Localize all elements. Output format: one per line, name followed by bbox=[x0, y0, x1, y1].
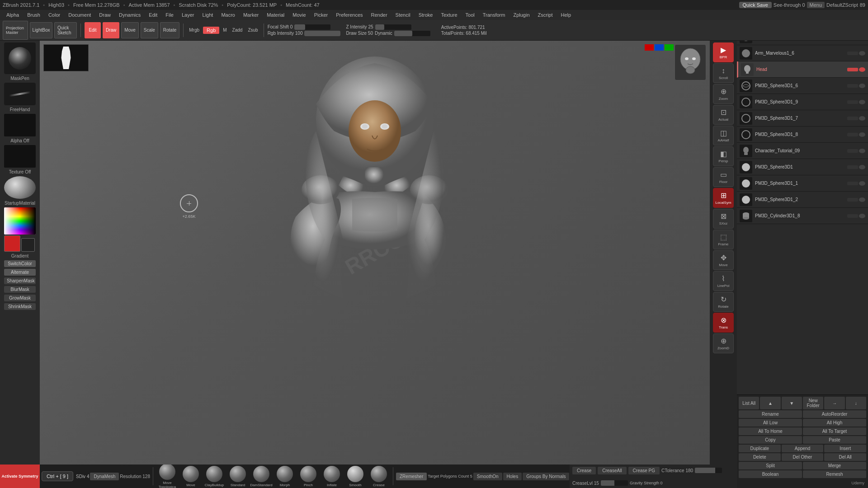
move-btn[interactable]: Move bbox=[121, 22, 138, 38]
edit-btn[interactable]: Edit bbox=[85, 22, 101, 38]
dynamesh-btn[interactable]: DynaMesh bbox=[90, 473, 119, 480]
bpr-btn[interactable]: ▶ BPR bbox=[713, 42, 734, 62]
subtool-eye-head[interactable] bbox=[859, 67, 865, 72]
subtool-toggle-char09[interactable] bbox=[847, 149, 858, 153]
subtool-item-sph7[interactable]: PM3D_Sphere3D1_7 bbox=[737, 110, 868, 127]
alternate-btn[interactable]: Alternate bbox=[4, 269, 36, 276]
brush-ball-morph[interactable] bbox=[277, 466, 293, 482]
folder-down-btn[interactable]: ↓ bbox=[846, 397, 866, 409]
floor-btn[interactable]: ▭ Floor bbox=[713, 167, 734, 187]
list-all-btn[interactable]: List All bbox=[739, 397, 759, 409]
subtool-toggle-sph9[interactable] bbox=[847, 100, 858, 104]
arrow-up-btn[interactable]: ▲ bbox=[760, 397, 780, 409]
grow-mask-btn[interactable]: GrowMask bbox=[4, 295, 36, 301]
subtool-eye-sph9[interactable] bbox=[859, 100, 865, 104]
paste-btn[interactable]: Paste bbox=[803, 436, 866, 444]
brush-ball-dam[interactable] bbox=[253, 466, 269, 482]
subtool-toggle-sph8[interactable] bbox=[847, 133, 858, 136]
subtool-item-head[interactable]: Head bbox=[737, 61, 868, 78]
groups-normals-btn[interactable]: Groups By Normals bbox=[523, 473, 569, 480]
split-btn[interactable]: Split bbox=[739, 462, 802, 469]
subtool-eye-sph1[interactable] bbox=[859, 165, 865, 169]
menu-render[interactable]: Render bbox=[368, 11, 391, 19]
rotate-icon-btn[interactable]: ↻ Rotate bbox=[713, 292, 734, 312]
subtool-toggle-cyl8[interactable] bbox=[847, 214, 858, 218]
zadd-label[interactable]: Zadd bbox=[231, 27, 245, 33]
activate-symmetry-btn[interactable]: Activate Symmetry bbox=[0, 465, 40, 488]
arrow-down-btn[interactable]: ▼ bbox=[782, 397, 802, 409]
duplicate-btn[interactable]: Duplicate bbox=[739, 445, 781, 452]
m-label[interactable]: M bbox=[221, 27, 228, 33]
menu-transform[interactable]: Transform bbox=[479, 11, 509, 19]
zoom-btn[interactable]: ⊕ Zoom bbox=[713, 84, 734, 104]
subtool-item-char09[interactable]: Character_Tutorial_09 bbox=[737, 143, 868, 159]
menu-brush[interactable]: Brush bbox=[24, 11, 44, 19]
holes-btn[interactable]: Holes bbox=[503, 473, 522, 480]
subtool-eye-arm16[interactable] bbox=[859, 51, 865, 56]
insert-btn[interactable]: Insert bbox=[824, 445, 866, 452]
brush-ball-smooth[interactable] bbox=[347, 466, 363, 482]
subtool-eye-sph1-2[interactable] bbox=[859, 197, 865, 202]
menu-light[interactable]: Light bbox=[199, 11, 217, 19]
subtool-item-cyl8[interactable]: PM3D_Cylinder3D1_8 bbox=[737, 208, 868, 224]
draw-btn[interactable]: Draw bbox=[103, 22, 119, 38]
blur-mask-btn[interactable]: BlurMask bbox=[4, 286, 36, 293]
menu-document[interactable]: Document bbox=[65, 11, 94, 19]
local-sym-btn[interactable]: ⊞ LocalSym bbox=[713, 188, 734, 208]
subtool-item-sph6[interactable]: PM3D_Sphere3D1_6 bbox=[737, 78, 868, 94]
color-spectrum[interactable] bbox=[4, 207, 36, 235]
quick-sketch-btn[interactable]: Quick Sketch bbox=[54, 22, 77, 38]
merge-btn[interactable]: Merge bbox=[803, 462, 866, 469]
menu-macro[interactable]: Macro bbox=[217, 11, 239, 19]
delete-btn[interactable]: Delete bbox=[739, 453, 781, 461]
brush-ball-move[interactable] bbox=[183, 466, 199, 482]
brush-ball-pinch[interactable] bbox=[300, 466, 316, 482]
subtool-item-arm16[interactable]: Arm_Marvelous1_6 bbox=[737, 45, 868, 61]
subtool-eye-char09[interactable] bbox=[859, 149, 865, 153]
creaselevel-slider-bar[interactable] bbox=[601, 480, 628, 486]
canvas-area[interactable]: RRCG bbox=[40, 41, 710, 465]
all-to-home-btn[interactable]: All To Home bbox=[739, 427, 802, 435]
append-btn[interactable]: Append bbox=[782, 445, 824, 452]
brush-ball-inflate[interactable] bbox=[324, 466, 340, 482]
rgb-intensity-slider[interactable] bbox=[304, 31, 340, 36]
remesh-btn[interactable]: Remesh bbox=[803, 470, 866, 478]
menu-stroke[interactable]: Stroke bbox=[415, 11, 437, 19]
stroke-preview[interactable] bbox=[4, 83, 36, 105]
menu-zscript[interactable]: Zscript bbox=[534, 11, 557, 19]
zoomd-btn[interactable]: ⊕ ZoomD bbox=[713, 333, 734, 353]
brush-ball-crease[interactable] bbox=[371, 466, 387, 482]
rgb-btn[interactable]: Rgb bbox=[203, 27, 219, 34]
alpha-preview[interactable] bbox=[4, 114, 36, 136]
menu-material[interactable]: Material bbox=[263, 11, 288, 19]
menu-file[interactable]: File bbox=[162, 11, 177, 19]
subtool-toggle-head[interactable] bbox=[847, 68, 858, 71]
menu-color[interactable]: Color bbox=[45, 11, 64, 19]
subtool-eye-sph8[interactable] bbox=[859, 132, 865, 137]
draw-size-slider[interactable] bbox=[394, 31, 430, 36]
aahalf-btn[interactable]: ◫ AAHalf bbox=[713, 126, 734, 145]
crease-pg-btn[interactable]: Crease PG bbox=[628, 467, 660, 474]
frame-btn[interactable]: ⬚ Frame bbox=[713, 230, 734, 249]
crease-all-btn[interactable]: CreaseAll bbox=[598, 467, 626, 474]
menu-movie[interactable]: Movie bbox=[289, 11, 309, 19]
material-preview[interactable] bbox=[4, 176, 36, 199]
copy-btn[interactable]: Copy bbox=[739, 436, 802, 444]
mrgb-label[interactable]: Mrgb bbox=[187, 27, 201, 33]
menu-help[interactable]: Help bbox=[557, 11, 575, 19]
subtool-toggle-sph6[interactable] bbox=[847, 84, 858, 88]
subtool-item-sph8[interactable]: PM3D_Sphere3D1_8 bbox=[737, 127, 868, 143]
autoreorder-btn[interactable]: AutoReorder bbox=[803, 410, 866, 418]
all-low-btn[interactable]: All Low bbox=[739, 419, 802, 427]
subtool-toggle-sph1-1[interactable] bbox=[847, 182, 858, 185]
subtool-toggle-sph1-2[interactable] bbox=[847, 198, 858, 202]
new-folder-btn[interactable]: New Folder bbox=[803, 397, 823, 409]
scroll-btn[interactable]: ↕ Scroll bbox=[713, 63, 734, 83]
menu-texture[interactable]: Texture bbox=[437, 11, 461, 19]
folder-arrow-btn[interactable]: → bbox=[824, 397, 844, 409]
all-high-btn[interactable]: All High bbox=[803, 419, 866, 427]
del-other-btn[interactable]: Del Other bbox=[782, 453, 824, 461]
smoothon-btn[interactable]: SmoothOn bbox=[473, 473, 502, 480]
subtool-eye-sph1-1[interactable] bbox=[859, 181, 865, 186]
brush-preview[interactable] bbox=[4, 42, 36, 74]
